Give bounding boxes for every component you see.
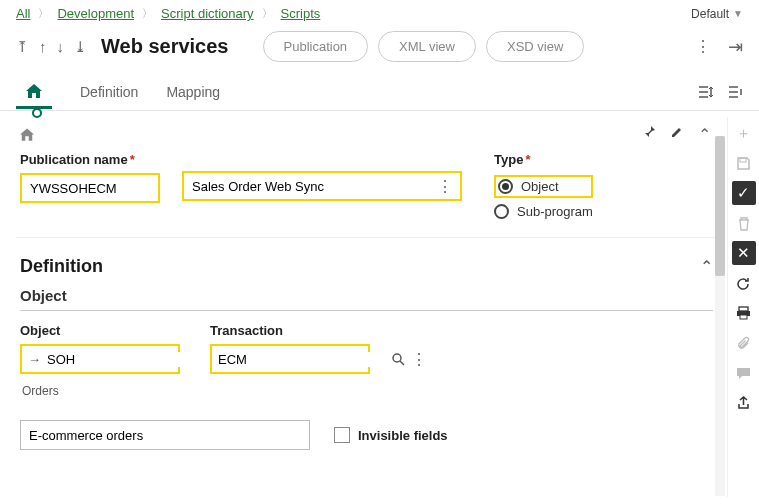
nav-prev-icon[interactable]: ↑ <box>39 38 47 56</box>
breadcrumb-all[interactable]: All <box>16 6 30 21</box>
more-actions-icon[interactable]: ⋮ <box>695 37 710 56</box>
xml-view-button[interactable]: XML view <box>378 31 476 62</box>
search-icon[interactable] <box>392 353 405 366</box>
pubname-input[interactable] <box>30 181 150 196</box>
toolbar-delete-icon[interactable] <box>732 211 756 235</box>
section-collapse-icon[interactable]: ⌃ <box>700 257 713 276</box>
tab-home[interactable] <box>16 76 52 109</box>
toolbar-cancel-icon[interactable]: ✕ <box>732 241 756 265</box>
object-label: Object <box>20 323 180 338</box>
svg-point-2 <box>393 354 401 362</box>
object-helper: Orders <box>20 384 180 398</box>
type-object-label: Object <box>521 179 559 194</box>
link-arrow-icon[interactable]: → <box>28 352 41 367</box>
endpoint-default-dropdown[interactable]: Default ▼ <box>691 7 743 21</box>
toolbar-attach-icon[interactable] <box>732 331 756 355</box>
chevron-right-icon: 〉 <box>262 6 273 21</box>
toolbar-share-icon[interactable] <box>732 391 756 415</box>
radio-selected-icon <box>498 179 513 194</box>
divider <box>20 310 713 311</box>
scrollbar-track[interactable] <box>715 136 725 496</box>
type-object-radio[interactable]: Object <box>494 175 593 198</box>
pubname-label: Publication name <box>20 152 128 167</box>
type-subprogram-radio[interactable]: Sub-program <box>494 204 593 219</box>
radio-unselected-icon <box>494 204 509 219</box>
collapse-sections-icon[interactable] <box>727 84 743 100</box>
chevron-right-icon: 〉 <box>38 6 49 21</box>
object-input[interactable] <box>47 352 215 367</box>
tab-definition[interactable]: Definition <box>66 74 152 110</box>
type-subprogram-label: Sub-program <box>517 204 593 219</box>
type-label: Type <box>494 152 523 167</box>
toolbar-create-icon[interactable]: ✓ <box>732 181 756 205</box>
exit-icon[interactable]: ⇥ <box>728 36 743 58</box>
publication-button[interactable]: Publication <box>263 31 369 62</box>
invisible-fields-label: Invisible fields <box>358 428 448 443</box>
edit-icon[interactable] <box>670 125 684 144</box>
pubdesc-more-icon[interactable]: ⋮ <box>437 177 452 196</box>
nav-first-icon[interactable]: ⤒ <box>16 38 29 56</box>
xsd-view-button[interactable]: XSD view <box>486 31 584 62</box>
nav-last-icon[interactable]: ⤓ <box>74 38 87 56</box>
invisible-fields-checkbox[interactable] <box>334 427 350 443</box>
caret-down-icon: ▼ <box>733 8 743 19</box>
breadcrumb-scripts[interactable]: Scripts <box>281 6 321 21</box>
toolbar-refresh-icon[interactable] <box>732 271 756 295</box>
pin-icon[interactable] <box>642 125 656 144</box>
panel-home-icon[interactable] <box>20 128 34 141</box>
expand-sections-icon[interactable] <box>697 84 713 100</box>
tab-mapping[interactable]: Mapping <box>152 74 234 110</box>
transaction-input[interactable] <box>218 352 386 367</box>
toolbar-comment-icon[interactable] <box>732 361 756 385</box>
toolbar-new-icon[interactable]: ＋ <box>732 121 756 145</box>
object-subheading: Object <box>16 285 717 310</box>
nav-next-icon[interactable]: ↓ <box>57 38 65 56</box>
svg-line-3 <box>400 361 404 365</box>
breadcrumb-development[interactable]: Development <box>57 6 134 21</box>
pubdesc-input[interactable] <box>192 179 437 194</box>
chevron-right-icon: 〉 <box>142 6 153 21</box>
scrollbar-thumb[interactable] <box>715 136 725 276</box>
collapse-icon[interactable]: ⌃ <box>698 125 711 144</box>
ecommerce-input[interactable] <box>29 428 301 443</box>
transaction-more-icon[interactable]: ⋮ <box>411 350 426 369</box>
definition-heading: Definition <box>20 256 103 277</box>
svg-rect-7 <box>740 315 747 319</box>
breadcrumb-script-dictionary[interactable]: Script dictionary <box>161 6 253 21</box>
endpoint-default-label: Default <box>691 7 729 21</box>
page-title: Web services <box>101 35 229 58</box>
toolbar-save-icon[interactable] <box>732 151 756 175</box>
transaction-label: Transaction <box>210 323 370 338</box>
svg-rect-5 <box>739 307 748 311</box>
breadcrumb: All 〉 Development 〉 Script dictionary 〉 … <box>16 6 320 21</box>
toolbar-print-icon[interactable] <box>732 301 756 325</box>
